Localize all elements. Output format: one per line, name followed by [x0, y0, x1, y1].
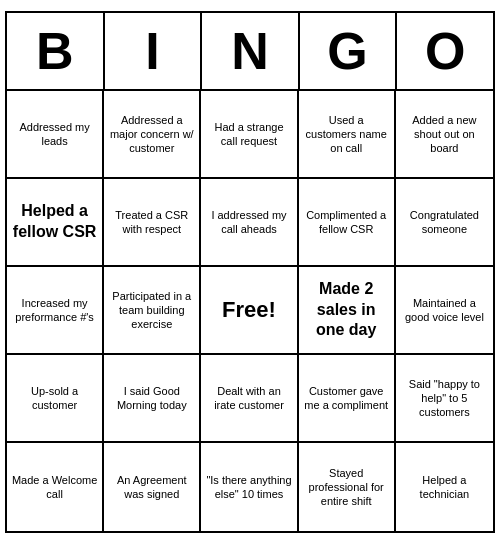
bingo-cell-12: Free!	[201, 267, 298, 355]
bingo-cell-7: I addressed my call aheads	[201, 179, 298, 267]
bingo-cell-8: Complimented a fellow CSR	[299, 179, 396, 267]
bingo-cell-20: Made a Welcome call	[7, 443, 104, 531]
bingo-cell-1: Addressed a major concern w/ customer	[104, 91, 201, 179]
bingo-letter-o: O	[397, 13, 493, 89]
bingo-cell-21: An Agreement was signed	[104, 443, 201, 531]
bingo-cell-22: "Is there anything else" 10 times	[201, 443, 298, 531]
bingo-cell-18: Customer gave me a compliment	[299, 355, 396, 443]
bingo-letter-i: I	[105, 13, 203, 89]
bingo-letter-g: G	[300, 13, 398, 89]
bingo-cell-6: Treated a CSR with respect	[104, 179, 201, 267]
bingo-cell-11: Participated in a team building exercise	[104, 267, 201, 355]
bingo-letter-b: B	[7, 13, 105, 89]
bingo-cell-0: Addressed my leads	[7, 91, 104, 179]
bingo-cell-4: Added a new shout out on board	[396, 91, 493, 179]
bingo-cell-15: Up-sold a customer	[7, 355, 104, 443]
bingo-cell-14: Maintained a good voice level	[396, 267, 493, 355]
bingo-cell-5: Helped a fellow CSR	[7, 179, 104, 267]
bingo-cell-24: Helped a technician	[396, 443, 493, 531]
bingo-cell-9: Congratulated someone	[396, 179, 493, 267]
bingo-cell-10: Increased my preformance #'s	[7, 267, 104, 355]
bingo-cell-13: Made 2 sales in one day	[299, 267, 396, 355]
bingo-cell-19: Said "happy to help" to 5 customers	[396, 355, 493, 443]
bingo-cell-3: Used a customers name on call	[299, 91, 396, 179]
bingo-card: BINGO Addressed my leadsAddressed a majo…	[5, 11, 495, 533]
bingo-cell-23: Stayed professional for entire shift	[299, 443, 396, 531]
bingo-cell-16: I said Good Morning today	[104, 355, 201, 443]
bingo-cell-2: Had a strange call request	[201, 91, 298, 179]
bingo-letter-n: N	[202, 13, 300, 89]
bingo-grid: Addressed my leadsAddressed a major conc…	[7, 91, 493, 531]
bingo-cell-17: Dealt with an irate customer	[201, 355, 298, 443]
bingo-header: BINGO	[7, 13, 493, 91]
